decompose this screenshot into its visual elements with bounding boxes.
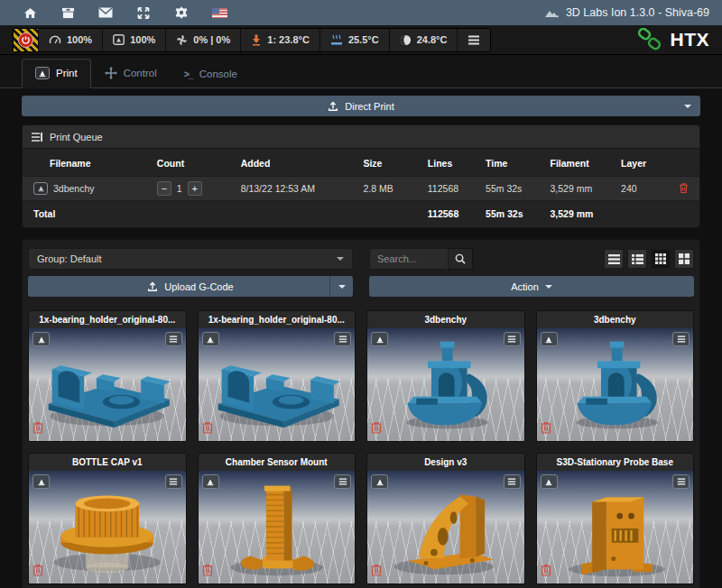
printer-status[interactable]: 100% xyxy=(102,29,165,51)
file-card[interactable]: 3dbenchy xyxy=(536,310,695,442)
file-card[interactable]: Design v3 xyxy=(366,453,525,584)
terminal-icon: >_ xyxy=(184,69,193,79)
total-time: 55m 32s xyxy=(480,201,544,228)
upload-icon xyxy=(328,101,338,112)
heated-bed-icon xyxy=(330,34,343,46)
count-increment-button[interactable]: + xyxy=(188,181,202,196)
group-select[interactable]: Group: Default xyxy=(28,248,353,270)
file-menu-button[interactable] xyxy=(165,474,182,489)
delete-file-button[interactable] xyxy=(371,564,382,580)
print-file-button[interactable] xyxy=(371,474,388,489)
file-card[interactable]: BOTTLE CAP v1 xyxy=(28,453,187,584)
tab-control[interactable]: Control xyxy=(91,59,171,87)
delete-file-button[interactable] xyxy=(32,421,43,437)
view-grid-small-button[interactable] xyxy=(651,249,671,269)
status-menu-button[interactable] xyxy=(457,29,490,51)
nav-icons xyxy=(22,5,227,20)
model-render-benchy xyxy=(367,328,524,441)
load-status[interactable]: 100% xyxy=(38,29,102,51)
tab-console[interactable]: >_ Console xyxy=(171,60,251,87)
file-menu-button[interactable] xyxy=(334,332,351,346)
settings-gear-icon[interactable] xyxy=(173,5,190,20)
tab-console-label: Console xyxy=(199,69,237,79)
tab-print-label: Print xyxy=(56,68,78,78)
file-menu-button[interactable] xyxy=(334,474,351,489)
upload-gcode-button[interactable]: Upload G-Code xyxy=(28,276,353,297)
print-file-button[interactable] xyxy=(32,474,50,489)
upload-gcode-dropdown[interactable] xyxy=(329,276,353,297)
print-file-button[interactable] xyxy=(371,332,388,346)
queue-lines: 112568 xyxy=(422,177,480,201)
view-detail-list-button[interactable] xyxy=(627,249,647,269)
group-select-value: Group: Default xyxy=(37,253,102,264)
print-file-button[interactable] xyxy=(202,332,219,346)
model-render-bearing-holder xyxy=(29,328,186,441)
search-input[interactable] xyxy=(369,248,449,270)
print-file-button[interactable] xyxy=(541,474,558,489)
delete-file-button[interactable] xyxy=(541,421,551,437)
model-render-probe-base xyxy=(537,471,694,583)
top-nav-bar: 3D Labs Ion 1.3.0 - Shiva-69 xyxy=(0,0,722,25)
total-filament: 3,529 mm xyxy=(545,201,616,228)
fan-values: 0% | 0% xyxy=(193,34,230,45)
bed-status[interactable]: 25.5°C xyxy=(319,29,389,51)
search-button[interactable] xyxy=(449,248,473,270)
printer-host: 3D Labs Ion 1.3.0 - Shiva-69 xyxy=(543,6,709,19)
col-filament: Filament xyxy=(545,149,616,177)
view-list-button[interactable] xyxy=(604,249,624,269)
tab-print[interactable]: Print xyxy=(22,59,91,88)
status-bar: 100% 100% 0% | 0% 1: 23.8°C 25.5°C 24.8°… xyxy=(0,25,722,55)
col-added: Added xyxy=(236,149,358,177)
file-card-preview xyxy=(367,471,524,583)
file-card-preview xyxy=(29,328,186,441)
chamber-status[interactable]: 24.8°C xyxy=(389,29,458,51)
file-menu-button[interactable] xyxy=(672,332,690,346)
file-type-icon xyxy=(33,182,48,195)
count-decrement-button[interactable]: − xyxy=(157,181,171,196)
mail-icon[interactable] xyxy=(97,5,114,20)
file-card[interactable]: 3dbenchy xyxy=(366,310,525,442)
file-card[interactable]: 1x-bearing_holder_original-80... xyxy=(28,310,187,442)
chamber-value: 24.8°C xyxy=(417,34,448,45)
file-card[interactable]: S3D-Stationary Probe Base xyxy=(536,453,695,584)
print-file-button[interactable] xyxy=(32,332,50,346)
printer-icon xyxy=(113,34,125,45)
fan-status[interactable]: 0% | 0% xyxy=(165,29,240,51)
direct-print-button[interactable]: Direct Print xyxy=(22,96,700,116)
print-queue-header: Print Queue xyxy=(23,125,699,149)
queue-size: 2.8 MB xyxy=(357,177,421,201)
delete-file-button[interactable] xyxy=(202,564,213,580)
hotend-status[interactable]: 1: 23.8°C xyxy=(240,29,319,51)
delete-file-button[interactable] xyxy=(32,564,43,580)
col-time: Time xyxy=(480,149,544,177)
file-menu-button[interactable] xyxy=(504,332,521,346)
file-menu-button[interactable] xyxy=(165,332,182,346)
count-value: 1 xyxy=(177,183,182,194)
col-lines: Lines xyxy=(422,149,480,177)
total-label: Total xyxy=(23,201,152,228)
queue-delete-button[interactable] xyxy=(679,182,689,194)
caret-down-icon xyxy=(684,105,691,108)
printer-box-icon[interactable] xyxy=(60,5,76,20)
print-file-button[interactable] xyxy=(202,474,219,489)
queue-row: 3dbenchy − 1 + 8/13/22 12:53 AM 2.8 MB 1… xyxy=(23,177,699,201)
model-render-bracket xyxy=(367,471,524,583)
delete-file-button[interactable] xyxy=(371,421,382,437)
action-button[interactable]: Action xyxy=(369,276,694,297)
print-file-button[interactable] xyxy=(541,332,558,346)
file-card[interactable]: Chamber Sensor Mount xyxy=(198,453,356,584)
file-menu-button[interactable] xyxy=(672,474,690,489)
file-card-title: BOTTLE CAP v1 xyxy=(29,454,186,471)
move-arrows-icon xyxy=(105,67,117,79)
fullscreen-icon[interactable] xyxy=(135,5,152,20)
emergency-stop-icon[interactable] xyxy=(14,29,38,51)
delete-file-button[interactable] xyxy=(202,421,213,437)
file-card-title: Chamber Sensor Mount xyxy=(199,454,356,471)
emergency-stop[interactable] xyxy=(14,29,38,51)
file-card[interactable]: 1x-bearing_holder_original-80... xyxy=(198,310,356,442)
file-menu-button[interactable] xyxy=(504,474,521,489)
language-us-flag-icon[interactable] xyxy=(211,5,227,20)
view-grid-large-button[interactable] xyxy=(674,249,694,269)
home-icon[interactable] xyxy=(22,5,38,20)
delete-file-button[interactable] xyxy=(541,564,551,580)
